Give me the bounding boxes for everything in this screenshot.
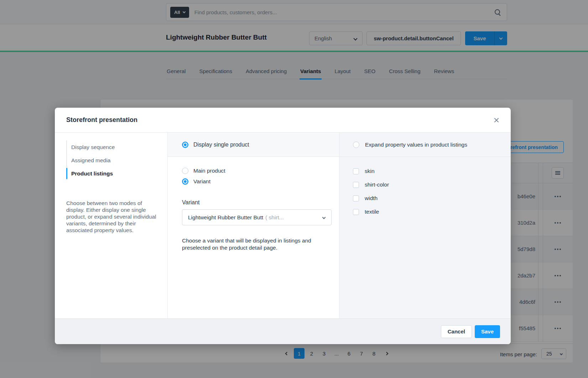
variant-field-label: Variant xyxy=(182,199,325,206)
property-option-width[interactable]: width xyxy=(353,195,497,202)
expand-properties-radio[interactable] xyxy=(353,142,359,148)
variant-select[interactable]: Lightweight Rubber Butter Butt ( shirt..… xyxy=(182,209,332,225)
expand-properties-column: Expand property values in product listin… xyxy=(339,133,511,318)
modal-footer: Cancel Save xyxy=(55,318,511,344)
expand-properties-mode-header: Expand property values in product listin… xyxy=(339,133,511,157)
shopware-admin-screen: All Lightweight Rubber Butter Butt Engli… xyxy=(0,0,588,378)
variant-option[interactable]: Variant xyxy=(182,178,325,185)
storefront-presentation-modal: Storefront presentation Display sequence… xyxy=(55,108,511,344)
variant-help-text: Choose a variant that will be displayed … xyxy=(182,237,325,251)
variant-radio[interactable] xyxy=(182,178,188,185)
width-checkbox[interactable] xyxy=(353,195,359,201)
variant-option-label: Variant xyxy=(193,178,210,185)
main-product-radio[interactable] xyxy=(182,168,188,174)
skin-label: skin xyxy=(365,168,375,174)
nav-item-product-listings[interactable]: Product listings xyxy=(67,167,167,180)
single-product-settings: Main product Variant Variant Lightweight… xyxy=(168,157,339,251)
width-label: width xyxy=(365,195,378,201)
textile-checkbox[interactable] xyxy=(353,209,359,215)
close-button[interactable] xyxy=(493,117,500,124)
modal-cancel-button[interactable]: Cancel xyxy=(441,325,472,338)
modal-save-button[interactable]: Save xyxy=(475,325,500,338)
single-product-column: Display single product Main product Vari… xyxy=(168,133,339,318)
modal-body: Display sequence Assigned media Product … xyxy=(55,133,511,318)
variant-select-value: Lightweight Rubber Butter Butt xyxy=(188,214,263,221)
variant-select-hint: ( shirt... xyxy=(265,214,284,221)
display-single-product-label: Display single product xyxy=(193,142,249,148)
nav-item-assigned-media[interactable]: Assigned media xyxy=(67,154,167,167)
shirt-color-checkbox[interactable] xyxy=(353,182,359,188)
skin-checkbox[interactable] xyxy=(353,168,359,174)
nav-item-display-sequence[interactable]: Display sequence xyxy=(67,141,167,154)
property-option-skin[interactable]: skin xyxy=(353,168,497,175)
property-list: skin shirt-color width textile xyxy=(339,157,511,222)
main-product-option[interactable]: Main product xyxy=(182,167,325,174)
modal-header: Storefront presentation xyxy=(55,108,511,133)
modal-sidebar: Display sequence Assigned media Product … xyxy=(55,133,168,318)
single-product-mode-header: Display single product xyxy=(168,133,339,157)
expand-properties-label: Expand property values in product listin… xyxy=(365,142,467,148)
modal-nav: Display sequence Assigned media Product … xyxy=(66,141,167,180)
property-option-textile[interactable]: textile xyxy=(353,208,497,215)
textile-label: textile xyxy=(365,209,379,215)
property-option-shirt-color[interactable]: shirt-color xyxy=(353,181,497,188)
main-product-label: Main product xyxy=(193,168,225,174)
display-single-product-radio[interactable] xyxy=(182,142,188,148)
nav-description: Choose between two modes of display. Eit… xyxy=(66,200,160,234)
modal-title: Storefront presentation xyxy=(66,116,137,124)
shirt-color-label: shirt-color xyxy=(365,182,389,188)
chevron-down-icon xyxy=(322,216,326,219)
